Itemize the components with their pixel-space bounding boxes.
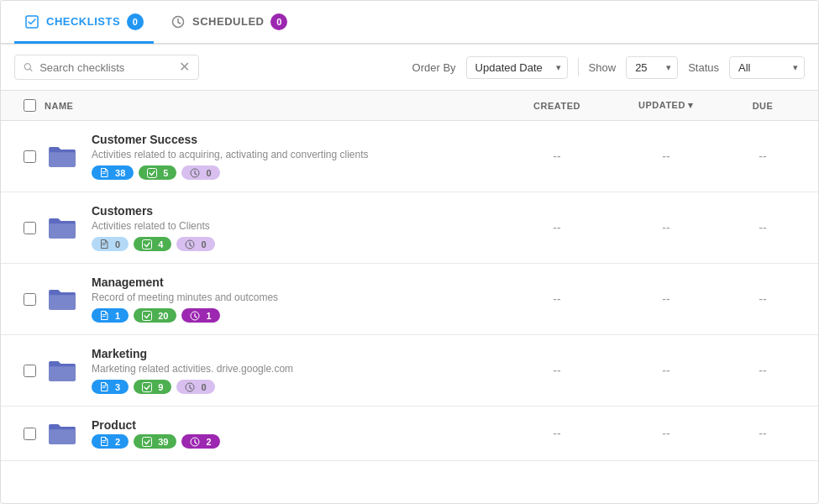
tabs-bar: CHECKLISTS 0 SCHEDULED 0: [1, 1, 818, 45]
svg-rect-3: [148, 168, 157, 177]
table-row: Management Record of meeting minutes and…: [1, 264, 818, 335]
badge-0[interactable]: 38: [92, 165, 134, 180]
status-select[interactable]: All Active Inactive: [729, 56, 805, 79]
folder-icon: [45, 418, 80, 449]
svg-rect-9: [143, 382, 152, 391]
row-updated: --: [612, 427, 721, 440]
row-desc: Activities related to Clients: [92, 220, 502, 232]
badge-2[interactable]: 2: [181, 434, 219, 449]
folder-icon: [45, 141, 80, 171]
order-by-select[interactable]: Updated Date Created Date Name: [466, 56, 568, 79]
row-updated: --: [612, 364, 721, 377]
row-updated: --: [612, 150, 721, 163]
folder-icon: [45, 213, 80, 243]
badge-1[interactable]: 9: [134, 380, 171, 394]
rows-container: Customer Success Activities related to a…: [1, 121, 818, 461]
toolbar-controls: Order By Updated Date Created Date Name …: [412, 56, 805, 79]
tab-scheduled-label: SCHEDULED: [192, 15, 264, 28]
row-main: Customers Activities related to Clients …: [45, 204, 502, 251]
badge-2[interactable]: 0: [176, 237, 214, 251]
row-main: Product 2 39 2: [45, 418, 502, 449]
row-checkbox[interactable]: [14, 150, 45, 163]
search-icon: [24, 61, 33, 73]
row-main: Management Record of meeting minutes and…: [45, 276, 502, 323]
toolbar: ✕ Order By Updated Date Created Date Nam…: [1, 45, 818, 91]
row-checkbox[interactable]: [14, 222, 45, 234]
search-input[interactable]: [39, 61, 172, 74]
table-row: Marketing Marketing related activities. …: [1, 335, 818, 407]
svg-rect-5: [143, 239, 152, 249]
col-created: CREATED: [502, 101, 612, 111]
row-name[interactable]: Product: [92, 418, 502, 432]
show-label: Show: [589, 61, 617, 74]
row-checkbox[interactable]: [14, 293, 45, 306]
row-main: Customer Success Activities related to a…: [45, 133, 502, 180]
row-main: Marketing Marketing related activities. …: [45, 347, 502, 394]
badge-2[interactable]: 0: [181, 165, 219, 180]
col-due: DUE: [721, 101, 805, 111]
badge-2[interactable]: 0: [176, 380, 214, 394]
svg-rect-11: [143, 437, 152, 446]
row-desc: Marketing related activities. drive.goog…: [92, 363, 502, 375]
row-info: Management Record of meeting minutes and…: [92, 276, 502, 323]
row-created: --: [502, 150, 612, 163]
badge-1[interactable]: 20: [134, 308, 176, 323]
badge-0[interactable]: 0: [92, 237, 129, 251]
tab-checklists-label: CHECKLISTS: [46, 15, 120, 28]
badge-2[interactable]: 1: [181, 308, 219, 323]
badges: 0 4 0: [92, 237, 502, 251]
row-info: Marketing Marketing related activities. …: [92, 347, 502, 394]
row-info: Customers Activities related to Clients …: [92, 204, 502, 251]
app-container: CHECKLISTS 0 SCHEDULED 0 ✕ Order: [0, 0, 819, 504]
folder-icon: [45, 355, 80, 386]
select-all-checkbox[interactable]: [24, 99, 36, 112]
header-checkbox[interactable]: [14, 99, 45, 112]
row-updated: --: [612, 292, 721, 306]
table-row: Product 2 39 2 -- -- --: [1, 407, 818, 461]
col-name: NAME: [45, 101, 502, 111]
clock-icon: [171, 14, 186, 29]
row-created: --: [502, 364, 612, 377]
table-row: Customer Success Activities related to a…: [1, 121, 818, 192]
search-clear-icon[interactable]: ✕: [179, 60, 190, 74]
row-name[interactable]: Marketing: [92, 347, 502, 360]
show-select[interactable]: 25 10 50 100: [626, 56, 678, 79]
folder-icon: [45, 284, 80, 314]
badges: 3 9 0: [92, 380, 502, 394]
row-due: --: [721, 150, 805, 163]
search-box: ✕: [14, 55, 199, 80]
table-row: Customers Activities related to Clients …: [1, 192, 818, 264]
badge-0[interactable]: 3: [92, 380, 129, 394]
badge-1[interactable]: 5: [139, 165, 176, 180]
row-checkbox[interactable]: [14, 365, 45, 377]
row-name[interactable]: Management: [92, 276, 502, 289]
row-checkbox[interactable]: [14, 428, 45, 440]
badge-1[interactable]: 39: [134, 434, 176, 449]
status-select-wrap: All Active Inactive: [729, 56, 805, 79]
row-due: --: [721, 364, 805, 377]
badge-0[interactable]: 2: [92, 434, 129, 449]
svg-rect-7: [143, 311, 152, 320]
col-updated[interactable]: UPDATED ▾: [612, 100, 721, 111]
row-select-checkbox[interactable]: [24, 365, 36, 377]
row-updated: --: [612, 221, 721, 234]
status-label: Status: [688, 61, 719, 74]
row-select-checkbox[interactable]: [24, 293, 36, 306]
row-name[interactable]: Customer Success: [92, 133, 502, 146]
badges: 38 5 0: [92, 165, 502, 180]
show-select-wrap: 25 10 50 100: [626, 56, 678, 79]
row-due: --: [721, 427, 805, 440]
row-desc: Activities related to acquiring, activat…: [92, 149, 502, 160]
badge-0[interactable]: 1: [92, 308, 129, 323]
tab-scheduled[interactable]: SCHEDULED 0: [160, 2, 297, 44]
badges: 2 39 2: [92, 434, 502, 449]
row-created: --: [502, 221, 612, 234]
row-desc: Record of meeting minutes and outcomes: [92, 291, 502, 303]
row-select-checkbox[interactable]: [24, 222, 36, 234]
tab-checklists[interactable]: CHECKLISTS 0: [14, 2, 154, 44]
badge-1[interactable]: 4: [134, 237, 171, 251]
row-due: --: [721, 221, 805, 234]
row-select-checkbox[interactable]: [24, 150, 36, 163]
row-select-checkbox[interactable]: [24, 428, 36, 440]
row-name[interactable]: Customers: [92, 204, 502, 218]
